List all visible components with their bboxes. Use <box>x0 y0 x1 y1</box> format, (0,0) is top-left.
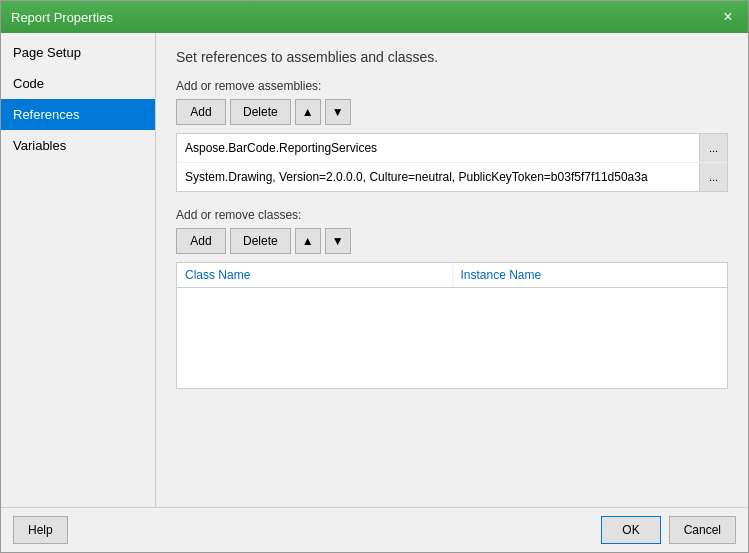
down-arrow-icon: ▼ <box>332 105 344 119</box>
browse-dots-icon-1: ... <box>709 171 718 183</box>
dialog-footer: Help OK Cancel <box>1 507 748 552</box>
assembly-row-1: ... <box>177 163 727 191</box>
sidebar-item-page-setup[interactable]: Page Setup <box>1 37 155 68</box>
classes-button-row: Add Delete ▲ ▼ <box>176 228 728 254</box>
assembly-browse-1[interactable]: ... <box>699 163 727 191</box>
browse-dots-icon-0: ... <box>709 142 718 154</box>
footer-right-buttons: OK Cancel <box>601 516 736 544</box>
classes-up-button[interactable]: ▲ <box>295 228 321 254</box>
assemblies-delete-button[interactable]: Delete <box>230 99 291 125</box>
class-name-column-header: Class Name <box>177 263 453 287</box>
report-properties-dialog: Report Properties × Page Setup Code Refe… <box>0 0 749 553</box>
assemblies-add-button[interactable]: Add <box>176 99 226 125</box>
classes-table-header: Class Name Instance Name <box>177 263 727 288</box>
classes-section: Add or remove classes: Add Delete ▲ ▼ Cl… <box>176 208 728 389</box>
assemblies-up-button[interactable]: ▲ <box>295 99 321 125</box>
instance-name-column-header: Instance Name <box>453 263 728 287</box>
classes-down-arrow-icon: ▼ <box>332 234 344 248</box>
help-button[interactable]: Help <box>13 516 68 544</box>
assemblies-label: Add or remove assemblies: <box>176 79 728 93</box>
classes-table: Class Name Instance Name <box>176 262 728 389</box>
dialog-title: Report Properties <box>11 10 113 25</box>
assemblies-list: ... ... <box>176 133 728 192</box>
classes-label: Add or remove classes: <box>176 208 728 222</box>
sidebar: Page Setup Code References Variables <box>1 33 156 507</box>
classes-add-button[interactable]: Add <box>176 228 226 254</box>
sidebar-item-code[interactable]: Code <box>1 68 155 99</box>
main-content: Set references to assemblies and classes… <box>156 33 748 507</box>
assembly-row-0: ... <box>177 134 727 163</box>
section-heading: Set references to assemblies and classes… <box>176 49 728 65</box>
close-button[interactable]: × <box>718 7 738 27</box>
classes-up-arrow-icon: ▲ <box>302 234 314 248</box>
cancel-button[interactable]: Cancel <box>669 516 736 544</box>
up-arrow-icon: ▲ <box>302 105 314 119</box>
classes-delete-button[interactable]: Delete <box>230 228 291 254</box>
assemblies-button-row: Add Delete ▲ ▼ <box>176 99 728 125</box>
dialog-body: Page Setup Code References Variables Set… <box>1 33 748 507</box>
sidebar-item-references[interactable]: References <box>1 99 155 130</box>
ok-button[interactable]: OK <box>601 516 660 544</box>
title-bar: Report Properties × <box>1 1 748 33</box>
assembly-input-0[interactable] <box>177 136 699 160</box>
classes-down-button[interactable]: ▼ <box>325 228 351 254</box>
assemblies-down-button[interactable]: ▼ <box>325 99 351 125</box>
classes-table-body <box>177 288 727 388</box>
sidebar-item-variables[interactable]: Variables <box>1 130 155 161</box>
assembly-browse-0[interactable]: ... <box>699 134 727 162</box>
assembly-input-1[interactable] <box>177 165 699 189</box>
